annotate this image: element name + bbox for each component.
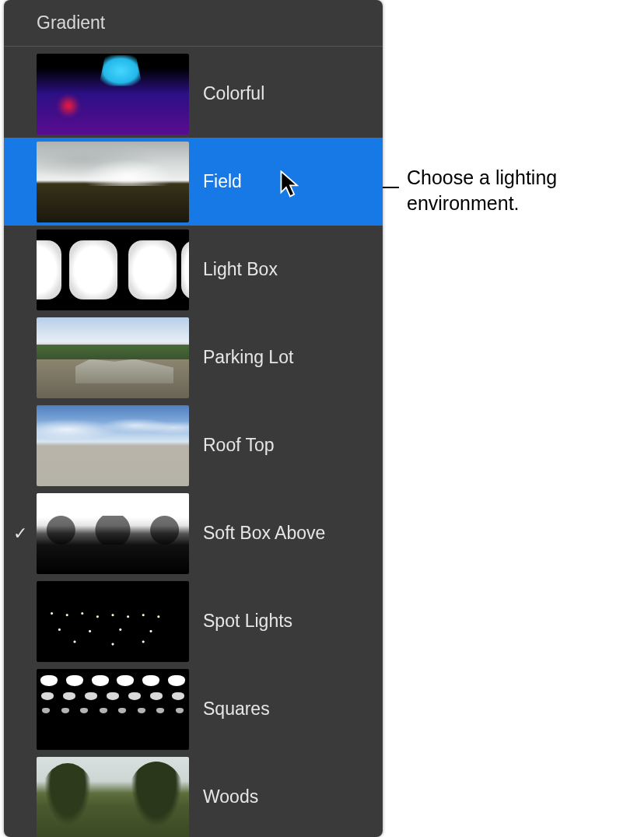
menu-item-spot-lights[interactable]: Spot Lights: [4, 577, 383, 665]
menu-header: Gradient: [4, 0, 383, 47]
item-label: Spot Lights: [203, 611, 292, 632]
item-label: Soft Box Above: [203, 523, 325, 544]
item-label: Field: [203, 171, 242, 192]
menu-list: Colorful Field Light Box Parking Lot: [4, 47, 383, 837]
item-label: Squares: [203, 699, 270, 720]
checkmark-icon: ✓: [13, 524, 27, 544]
callout-text: Choose a lighting environment.: [407, 165, 632, 215]
item-label: Roof Top: [203, 435, 275, 456]
menu-title: Gradient: [37, 12, 105, 33]
environment-menu-panel: Gradient Colorful Field Light Box Pa: [4, 0, 383, 837]
menu-item-roof-top[interactable]: Roof Top: [4, 401, 383, 489]
thumbnail-rooftop: [37, 405, 189, 486]
callout-leader-line: [383, 187, 399, 188]
item-label: Parking Lot: [203, 347, 293, 368]
check-column: ✓: [4, 524, 37, 544]
thumbnail-field: [37, 142, 189, 222]
menu-item-light-box[interactable]: Light Box: [4, 226, 383, 313]
thumbnail-lightbox: [37, 229, 189, 310]
thumbnail-parkinglot: [37, 317, 189, 398]
menu-item-field[interactable]: Field: [4, 138, 383, 226]
thumbnail-squares: [37, 669, 189, 750]
item-label: Light Box: [203, 259, 278, 280]
cursor-icon: [280, 170, 300, 198]
menu-item-soft-box-above[interactable]: ✓ Soft Box Above: [4, 489, 383, 577]
item-label: Colorful: [203, 83, 264, 104]
menu-item-colorful[interactable]: Colorful: [4, 50, 383, 138]
thumbnail-spotlights: [37, 581, 189, 662]
item-label: Woods: [203, 786, 258, 807]
menu-item-parking-lot[interactable]: Parking Lot: [4, 313, 383, 401]
thumbnail-softbox: [37, 493, 189, 574]
thumbnail-colorful: [37, 54, 189, 135]
menu-item-squares[interactable]: Squares: [4, 665, 383, 753]
thumbnail-woods: [37, 757, 189, 838]
menu-item-woods[interactable]: Woods: [4, 753, 383, 837]
